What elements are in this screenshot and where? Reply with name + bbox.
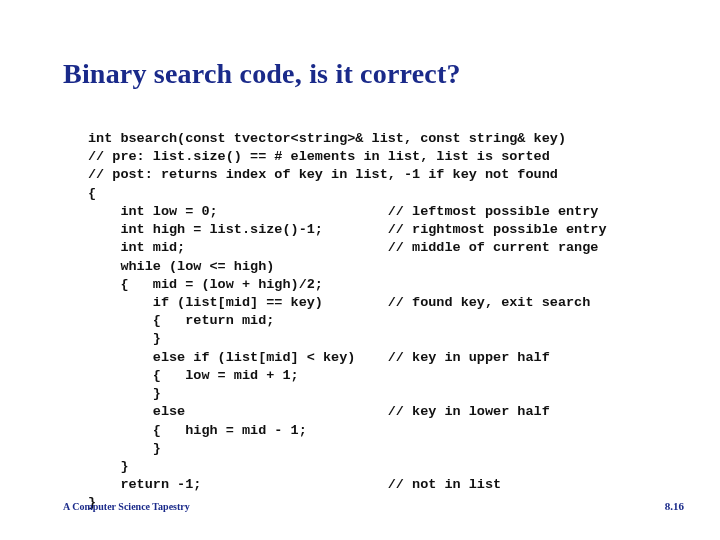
footer-page-number: 8.16 bbox=[665, 500, 684, 512]
footer-left: A Computer Science Tapestry bbox=[63, 501, 190, 512]
slide: Binary search code, is it correct? int b… bbox=[0, 0, 720, 540]
slide-title: Binary search code, is it correct? bbox=[63, 58, 461, 90]
code-block: int bsearch(const tvector<string>& list,… bbox=[88, 130, 606, 513]
